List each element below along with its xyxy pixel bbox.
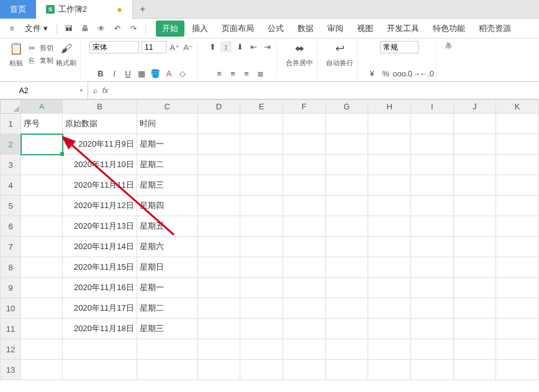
cell[interactable] <box>453 237 496 257</box>
percent-icon[interactable]: % <box>380 68 391 79</box>
cell[interactable] <box>240 257 283 278</box>
col-header-K[interactable]: K <box>496 100 539 114</box>
align-bottom-icon[interactable]: ⬇ <box>234 41 245 52</box>
ribbon-tab-formula[interactable]: 公式 <box>261 21 290 37</box>
cell[interactable] <box>283 360 325 380</box>
cell[interactable] <box>453 175 496 196</box>
cell[interactable] <box>325 196 368 216</box>
cell[interactable] <box>368 175 411 196</box>
ribbon-tab-special[interactable]: 特色功能 <box>427 21 471 37</box>
cell[interactable] <box>410 319 453 339</box>
cell[interactable]: 2020年11月18日 <box>63 319 137 339</box>
align-middle-icon[interactable]: ↕ <box>220 41 232 52</box>
name-box[interactable]: ▾ <box>0 82 88 99</box>
cell[interactable] <box>137 360 197 380</box>
cell[interactable]: 原始数据 <box>63 114 137 134</box>
cell[interactable] <box>496 175 539 196</box>
ribbon-tab-resource[interactable]: 稻壳资源 <box>473 21 517 37</box>
cell[interactable] <box>197 114 240 134</box>
cell[interactable] <box>240 319 283 339</box>
cell[interactable] <box>325 360 368 380</box>
cell[interactable]: 星期二 <box>137 298 197 319</box>
cell[interactable] <box>410 155 453 175</box>
cell[interactable] <box>410 339 453 360</box>
cell[interactable] <box>368 298 411 319</box>
cell[interactable] <box>325 175 368 196</box>
number-format-select[interactable] <box>380 41 419 53</box>
tab-add-button[interactable]: + <box>133 0 153 19</box>
cell[interactable] <box>21 155 63 175</box>
increase-font-icon[interactable]: A⁺ <box>169 42 180 53</box>
cell[interactable]: 星期五 <box>137 216 197 237</box>
underline-icon[interactable]: U <box>122 68 134 79</box>
cell[interactable] <box>63 360 137 380</box>
col-header-B[interactable]: B <box>63 100 137 114</box>
ribbon-tab-start[interactable]: 开始 <box>156 21 184 37</box>
row-header[interactable]: 9 <box>1 278 21 298</box>
cell[interactable] <box>496 319 539 339</box>
cell[interactable]: 2020年11月14日 <box>63 237 137 257</box>
zoom-icon[interactable]: ⌕ <box>93 86 97 95</box>
merge-center-button[interactable]: ⬌ 合并居中 <box>286 41 313 68</box>
font-size-select[interactable] <box>142 41 166 53</box>
row-header[interactable]: 4 <box>1 175 21 196</box>
cell[interactable] <box>21 237 63 257</box>
ribbon-tab-layout[interactable]: 页面布局 <box>215 21 260 37</box>
cell[interactable]: 星期三 <box>137 175 197 196</box>
cell[interactable] <box>453 319 496 339</box>
cell[interactable]: 2020年11月13日 <box>63 216 137 237</box>
cell[interactable] <box>197 339 240 360</box>
cell[interactable] <box>325 114 368 134</box>
copy-button[interactable]: ⎘复制 <box>26 55 53 66</box>
cell[interactable] <box>325 134 368 155</box>
cell[interactable] <box>21 134 63 155</box>
cell[interactable] <box>240 360 283 380</box>
col-header-D[interactable]: D <box>197 100 240 114</box>
decrease-font-icon[interactable]: A⁻ <box>183 42 194 53</box>
cell[interactable] <box>496 257 539 278</box>
cell[interactable] <box>197 257 240 278</box>
name-box-input[interactable] <box>5 86 42 95</box>
currency-icon[interactable]: ¥ <box>366 68 378 79</box>
cell[interactable] <box>197 134 240 155</box>
cell[interactable] <box>240 339 283 360</box>
font-name-select[interactable] <box>89 41 139 53</box>
align-top-icon[interactable]: ⬆ <box>207 41 218 52</box>
cell[interactable] <box>410 196 453 216</box>
cell[interactable] <box>453 134 496 155</box>
cell[interactable]: 2020年11月15日 <box>63 257 137 278</box>
cell[interactable] <box>197 319 240 339</box>
clear-format-icon[interactable]: ◇ <box>177 68 188 79</box>
cell[interactable]: 星期四 <box>137 196 197 216</box>
redo-icon[interactable]: ↷ <box>127 22 140 35</box>
cell[interactable] <box>283 319 325 339</box>
ribbon-tab-data[interactable]: 数据 <box>291 21 320 37</box>
cell[interactable] <box>137 339 197 360</box>
cell[interactable] <box>283 134 325 155</box>
cell[interactable] <box>453 216 496 237</box>
col-header-A[interactable]: A <box>21 100 63 114</box>
cell[interactable] <box>325 339 368 360</box>
cell[interactable] <box>325 237 368 257</box>
align-right-icon[interactable]: ≡ <box>241 68 252 79</box>
col-header-H[interactable]: H <box>368 100 411 114</box>
print-icon[interactable]: 🖶 <box>78 22 92 35</box>
cell[interactable] <box>325 278 368 298</box>
fill-color-icon[interactable]: 🪣 <box>150 68 161 79</box>
cell[interactable] <box>283 175 325 196</box>
col-header-E[interactable]: E <box>240 100 283 114</box>
preview-icon[interactable]: 👁 <box>94 22 108 35</box>
cell[interactable] <box>453 114 496 134</box>
select-all-corner[interactable] <box>1 100 21 114</box>
col-header-G[interactable]: G <box>325 100 368 114</box>
cell[interactable] <box>496 155 539 175</box>
col-header-C[interactable]: C <box>137 100 197 114</box>
cell[interactable] <box>240 216 283 237</box>
cell[interactable] <box>496 237 539 257</box>
cell[interactable] <box>240 175 283 196</box>
hamburger-icon[interactable]: ≡ <box>5 22 19 35</box>
cell[interactable] <box>21 175 63 196</box>
cell[interactable] <box>368 134 411 155</box>
row-header[interactable]: 13 <box>1 360 21 380</box>
cell[interactable] <box>197 175 240 196</box>
